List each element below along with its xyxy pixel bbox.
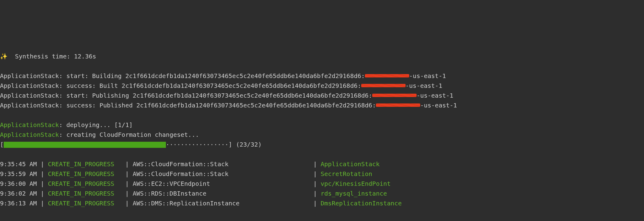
- phase: start: Publishing: [63, 92, 133, 99]
- event-resource-type: AWS::CloudFormation::Stack: [133, 159, 309, 169]
- separator: |: [122, 169, 133, 179]
- progress-close: ]: [229, 141, 232, 148]
- event-resource-name: SecretRotation: [321, 169, 373, 179]
- changeset-text: : creating CloudFormation changeset...: [59, 131, 199, 138]
- stack-name: ApplicationStack:: [0, 82, 63, 89]
- changeset-stack: ApplicationStack: [0, 131, 59, 138]
- event-rows: 9:35:45 AM | CREATE_IN_PROGRESS | AWS::C…: [0, 159, 644, 208]
- separator: |: [122, 198, 133, 208]
- event-resource-type: AWS::EC2::VPCEndpoint: [133, 179, 309, 189]
- separator: |: [37, 189, 48, 198]
- redacted-account: [361, 84, 405, 87]
- region-suffix: -us-east-1: [417, 92, 453, 99]
- event-time: 9:35:45 AM: [0, 159, 37, 169]
- separator: |: [122, 179, 133, 189]
- asset-hash: 2c1f661dcdefb1da1240f63073465ec5c2e40fe6…: [133, 92, 372, 99]
- sparkle-icon: ✨: [0, 53, 8, 60]
- separator: |: [309, 159, 320, 169]
- event-status: CREATE_IN_PROGRESS: [48, 159, 122, 169]
- phase: success: Built: [63, 82, 122, 89]
- event-resource-type: AWS::CloudFormation::Stack: [133, 169, 309, 179]
- event-resource-name: DmsReplicationInstance: [321, 198, 402, 208]
- stack-name: ApplicationStack:: [0, 92, 63, 99]
- separator: |: [37, 198, 48, 208]
- build-line: ApplicationStack: success: Built 2c1f661…: [0, 81, 644, 91]
- build-line: ApplicationStack: success: Published 2c1…: [0, 100, 644, 110]
- terminal-output: ✨ Synthesis time: 12.36s ApplicationStac…: [0, 49, 644, 211]
- stack-name: ApplicationStack:: [0, 102, 63, 109]
- event-status: CREATE_IN_PROGRESS: [48, 198, 122, 208]
- event-row: 9:36:13 AM | CREATE_IN_PROGRESS | AWS::D…: [0, 198, 644, 208]
- build-line: ApplicationStack: start: Publishing 2c1f…: [0, 91, 644, 100]
- redacted-account: [365, 74, 409, 77]
- event-status: CREATE_IN_PROGRESS: [48, 169, 122, 179]
- asset-hash: 2c1f661dcdefb1da1240f63073465ec5c2e40fe6…: [122, 82, 361, 89]
- event-resource-name: ApplicationStack: [321, 159, 380, 169]
- event-resource-type: AWS::DMS::ReplicationInstance: [133, 198, 309, 208]
- separator: |: [309, 169, 320, 179]
- region-suffix: -us-east-1: [420, 102, 457, 109]
- phase: start: Building: [63, 72, 125, 80]
- deploy-stack: ApplicationStack: [0, 121, 59, 129]
- synthesis-value: 12.36s: [74, 53, 96, 60]
- redacted-account: [376, 103, 420, 107]
- event-resource-name: rds_mysql_instance: [321, 189, 387, 198]
- deploy-text: : deploying... [1/1]: [59, 121, 133, 129]
- event-time: 9:36:00 AM: [0, 179, 37, 189]
- progress-bar: [4, 142, 166, 148]
- separator: |: [122, 159, 133, 169]
- separator: |: [37, 169, 48, 179]
- event-time: 9:35:59 AM: [0, 169, 37, 179]
- event-time: 9:36:02 AM: [0, 189, 37, 198]
- event-status: CREATE_IN_PROGRESS: [48, 179, 122, 189]
- stack-name: ApplicationStack:: [0, 72, 63, 80]
- separator: |: [309, 198, 320, 208]
- separator: |: [309, 189, 320, 198]
- region-suffix: -us-east-1: [409, 72, 446, 80]
- separator: |: [309, 179, 320, 189]
- separator: |: [37, 159, 48, 169]
- separator: |: [122, 189, 133, 198]
- event-resource-name: vpc/KinesisEndPoint: [321, 179, 391, 189]
- event-row: 9:35:59 AM | CREATE_IN_PROGRESS | AWS::C…: [0, 169, 644, 179]
- redacted-account: [372, 94, 416, 97]
- build-line: ApplicationStack: start: Building 2c1f66…: [0, 71, 644, 81]
- asset-hash: 2c1f661dcdefb1da1240f63073465ec5c2e40fe6…: [125, 72, 365, 80]
- separator: |: [37, 179, 48, 189]
- region-suffix: -us-east-1: [406, 82, 442, 89]
- build-lines: ApplicationStack: start: Building 2c1f66…: [0, 71, 644, 110]
- synthesis-label: Synthesis time:: [15, 53, 70, 60]
- phase: success: Published: [63, 102, 137, 109]
- asset-hash: 2c1f661dcdefb1da1240f63073465ec5c2e40fe6…: [137, 102, 376, 109]
- event-resource-type: AWS::RDS::DBInstance: [133, 189, 309, 198]
- progress-count: (23/32): [232, 141, 262, 148]
- progress-remaining: ·················: [166, 141, 229, 148]
- event-row: 9:35:45 AM | CREATE_IN_PROGRESS | AWS::C…: [0, 159, 644, 169]
- progress-open: [: [0, 141, 4, 148]
- event-row: 9:36:00 AM | CREATE_IN_PROGRESS | AWS::E…: [0, 179, 644, 189]
- event-row: 9:36:02 AM | CREATE_IN_PROGRESS | AWS::R…: [0, 189, 644, 198]
- event-status: CREATE_IN_PROGRESS: [48, 189, 122, 198]
- event-time: 9:36:13 AM: [0, 198, 37, 208]
